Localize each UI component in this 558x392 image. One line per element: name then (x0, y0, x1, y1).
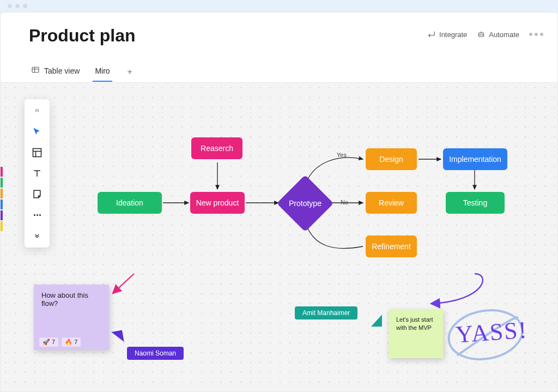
tab-miro[interactable]: Miro (93, 62, 112, 82)
toolbar-expand-button[interactable] (31, 229, 44, 242)
svg-rect-0 (479, 33, 484, 37)
more-tools-button[interactable] (31, 208, 44, 221)
node-new-product[interactable]: New product (190, 192, 245, 214)
node-review[interactable]: Review (366, 192, 417, 214)
traffic-dot (15, 4, 20, 8)
traffic-dot (8, 4, 12, 8)
sticky-note-tool[interactable] (31, 188, 44, 201)
svg-line-11 (113, 274, 134, 293)
edge-label-yes: Yes (337, 152, 347, 158)
robot-icon (477, 30, 486, 39)
node-prototype[interactable]: Prototype (277, 175, 334, 232)
node-research[interactable]: Reaserch (191, 137, 242, 159)
tab-label: Miro (95, 67, 110, 75)
add-view-button[interactable]: + (123, 67, 137, 77)
page-header: Product plan Integrate Automate Table vi… (0, 12, 558, 83)
node-design[interactable]: Design (366, 148, 417, 170)
node-label: Design (379, 155, 403, 164)
node-label: Prototype (289, 199, 322, 208)
tab-table-view[interactable]: Table view (29, 61, 82, 82)
integrate-label: Integrate (439, 31, 467, 39)
svg-point-2 (482, 34, 483, 35)
node-implementation[interactable]: Implementation (443, 148, 507, 170)
fire-emoji: 🔥 (65, 339, 72, 346)
node-label: Implementation (449, 155, 501, 164)
handwriting-yass: YASS! (454, 316, 529, 348)
window-chrome (0, 0, 558, 12)
edge-label-no: No (341, 199, 348, 206)
reaction-rocket[interactable]: 🚀 7 (39, 337, 58, 347)
automate-label: Automate (489, 31, 519, 39)
integrate-button[interactable]: Integrate (427, 30, 467, 39)
user-name: Amit Manhaimer (302, 309, 350, 317)
node-label: Reaserch (201, 144, 233, 153)
node-refinement[interactable]: Refinement (366, 236, 417, 257)
reaction-fire[interactable]: 🔥 7 (62, 337, 81, 347)
cursor-icon-amit (371, 315, 382, 327)
rocket-emoji: 🚀 (43, 339, 50, 346)
sticky-text: Let's just start with the MVP (396, 316, 435, 332)
node-label: Review (379, 198, 404, 207)
sticky-reactions: 🚀 7 🔥 7 (39, 337, 81, 347)
cursor-icon-naomi (111, 330, 124, 343)
view-tabs: Table view Miro + (29, 61, 137, 82)
node-testing[interactable]: Testing (446, 192, 505, 214)
node-ideation[interactable]: Ideation (98, 192, 162, 214)
edge-markers (1, 167, 3, 231)
user-label-amit: Amit Manhaimer (295, 306, 357, 319)
tab-label: Table view (44, 67, 80, 75)
user-name: Naomi Soman (135, 349, 176, 357)
node-label: New product (196, 198, 239, 207)
reaction-count: 7 (74, 339, 77, 346)
reaction-count: 7 (52, 339, 55, 346)
header-actions: Integrate Automate (427, 30, 543, 39)
traffic-dot (23, 4, 27, 8)
miro-canvas[interactable]: Yes No Ideation Reaserch New product Pro… (0, 83, 558, 392)
user-label-naomi: Naomi Soman (127, 347, 184, 360)
miro-toolbar (25, 99, 50, 248)
text-tool[interactable] (31, 167, 44, 180)
svg-rect-3 (32, 67, 39, 72)
sticky-note-purple[interactable]: How about this flow? 🚀 7 🔥 7 (34, 285, 109, 350)
template-tool[interactable] (31, 146, 44, 159)
node-label: Refinement (372, 242, 411, 251)
node-label: Ideation (116, 198, 143, 207)
automate-button[interactable]: Automate (477, 30, 519, 39)
integrate-icon (427, 30, 436, 39)
table-icon (31, 65, 40, 76)
node-label: Testing (463, 198, 487, 207)
svg-point-1 (480, 34, 481, 35)
toolbar-collapse-button[interactable] (31, 105, 44, 118)
sticky-note-lime[interactable]: Let's just start with the MVP (389, 309, 443, 358)
select-tool[interactable] (31, 125, 44, 138)
overflow-menu-button[interactable] (529, 33, 543, 36)
sticky-text: How about this flow? (41, 291, 101, 307)
svg-rect-4 (33, 149, 41, 157)
